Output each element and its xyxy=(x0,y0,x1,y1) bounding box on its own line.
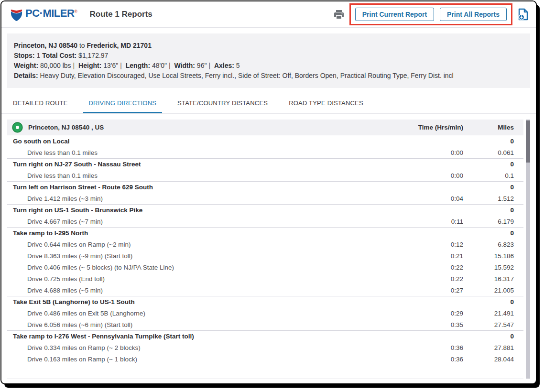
brand-text: PC·MILER® xyxy=(25,7,77,20)
table-row[interactable]: Drive 0.725 miles (End toll)0:2216.317 xyxy=(7,273,523,284)
time-cell: 0:00 xyxy=(392,149,463,156)
instruction-text: Turn right on NJ-27 South - Nassau Stree… xyxy=(7,161,392,168)
miles-cell: 16.317 xyxy=(463,275,523,283)
miles-cell: 0.1 xyxy=(463,172,523,179)
instruction-text: Turn right on US-1 South - Brunswick Pik… xyxy=(7,207,392,214)
table-row[interactable]: Drive 6.056 miles (~6 min) (Start toll)0… xyxy=(7,319,523,330)
table-row[interactable]: Take Exit 5B (Langhorne) to US-1 South0 xyxy=(7,296,523,307)
miles-cell: 0 xyxy=(463,138,523,145)
summary-vehicle-line: Weight: 80,000 lbs| Height: 13'6"| Lengt… xyxy=(14,61,523,71)
step-text: Drive 4.688 miles (~5 min) xyxy=(7,287,392,294)
miles-cell: 0 xyxy=(463,229,523,237)
table-row[interactable]: Turn right on NJ-27 South - Nassau Stree… xyxy=(7,158,523,170)
details-value: Heavy Duty, Elevation Discouraged, Use L… xyxy=(40,72,453,79)
origin-marker-icon xyxy=(13,123,22,132)
vertical-scrollbar[interactable] xyxy=(526,120,530,379)
table-row[interactable]: Drive 0.486 miles on Exit 5B (Langhorne)… xyxy=(7,307,523,319)
stops-value: 1 xyxy=(36,52,40,59)
step-text: Drive 8.363 miles (~9 min) (Start toll) xyxy=(7,252,392,260)
table-row[interactable]: Drive 4.667 miles (~7 min)0:116.179 xyxy=(7,216,523,227)
print-current-report-button[interactable]: Print Current Report xyxy=(355,8,434,21)
width-value: 96" xyxy=(197,62,207,69)
time-cell: 0:22 xyxy=(392,264,463,271)
time-cell: 0:00 xyxy=(392,172,463,179)
summary-details-line: Details: Heavy Duty, Elevation Discourag… xyxy=(14,71,523,81)
miles-cell: 21.491 xyxy=(463,310,523,317)
time-cell: 0:27 xyxy=(392,287,463,294)
time-cell: 0:11 xyxy=(392,218,463,225)
destination-text: Frederick, MD 21701 xyxy=(87,42,152,49)
instruction-text: Turn left on Harrison Street - Route 629… xyxy=(7,184,392,191)
table-row[interactable]: Drive 8.363 miles (~9 min) (Start toll)0… xyxy=(7,250,523,261)
instruction-text: Take ramp to I-295 North xyxy=(7,229,392,237)
time-cell: 0:36 xyxy=(392,356,463,363)
header-actions: Print Current Report Print All Reports xyxy=(333,3,529,25)
origin-header-label: Princeton, NJ 08540 , US xyxy=(28,124,104,131)
directions-body: Go south on Local0Drive less than 0.1 mi… xyxy=(7,135,523,365)
step-text: Drive 0.163 miles on Ramp (~ 1 block) xyxy=(7,356,392,363)
miles-cell: 27.547 xyxy=(463,321,523,328)
to-word: to xyxy=(79,42,85,49)
tab-detailed-route[interactable]: DETAILED ROUTE xyxy=(7,94,74,113)
miles-cell: 21.005 xyxy=(463,287,523,294)
time-column-header: Time (Hrs/min) xyxy=(392,124,463,131)
miles-cell: 15.186 xyxy=(463,252,523,260)
miles-cell: 0 xyxy=(463,161,523,168)
miles-cell: 6.179 xyxy=(463,218,523,225)
miles-cell: 1.512 xyxy=(463,195,523,202)
step-text: Drive less than 0.1 miles xyxy=(7,172,392,179)
step-text: Drive 0.334 miles on Ramp (~ 2 blocks) xyxy=(7,344,392,351)
step-text: Drive 0.644 miles on Ramp (~2 min) xyxy=(7,241,392,248)
table-row[interactable]: Go south on Local0 xyxy=(7,135,523,147)
step-text: Drive 4.667 miles (~7 min) xyxy=(7,218,392,225)
origin-header-cell: Princeton, NJ 08540 , US xyxy=(7,123,392,132)
page-title: Route 1 Reports xyxy=(89,10,152,19)
table-row[interactable]: Drive 0.163 miles on Ramp (~ 1 block)0:3… xyxy=(7,353,523,365)
time-cell: 0:29 xyxy=(392,310,463,317)
table-row[interactable]: Turn left on Harrison Street - Route 629… xyxy=(7,181,523,193)
miles-cell: 0 xyxy=(463,333,523,340)
miles-cell: 15.592 xyxy=(463,264,523,271)
step-text: Drive less than 0.1 miles xyxy=(7,149,392,156)
time-cell: 0:36 xyxy=(392,344,463,351)
step-text: Drive 1.412 miles (~3 min) xyxy=(7,195,392,202)
table-row[interactable]: Take ramp to I-276 West - Pennsylvania T… xyxy=(7,330,523,342)
report-tabs: DETAILED ROUTE DRIVING DIRECTIONS STATE/… xyxy=(1,94,536,114)
table-row[interactable]: Drive 0.406 miles (~ 5 blocks) (to NJ/PA… xyxy=(7,261,523,273)
origin-text: Princeton, NJ 08540 xyxy=(14,42,77,49)
tab-road-type-distances[interactable]: ROAD TYPE DISTANCES xyxy=(283,94,369,113)
table-row[interactable]: Take ramp to I-295 North0 xyxy=(7,227,523,239)
step-text: Drive 6.056 miles (~6 min) (Start toll) xyxy=(7,321,392,328)
tab-state-country-distances[interactable]: STATE/COUNTRY DISTANCES xyxy=(172,94,273,113)
summary-route-line: Princeton, NJ 08540 to Frederick, MD 217… xyxy=(14,41,523,51)
miles-cell: 28.044 xyxy=(463,356,523,363)
table-row[interactable]: Drive 0.644 miles on Ramp (~2 min)0:126.… xyxy=(7,239,523,250)
axles-value: 5 xyxy=(236,62,240,69)
driving-directions-table: Princeton, NJ 08540 , US Time (Hrs/min) … xyxy=(7,120,523,379)
step-text: Drive 0.725 miles (End toll) xyxy=(7,275,392,283)
total-cost-value: $1,172.97 xyxy=(78,52,108,59)
time-cell: 0:35 xyxy=(392,321,463,328)
table-row[interactable]: Drive 1.412 miles (~3 min)0:041.512 xyxy=(7,193,523,204)
scrollbar-thumb[interactable] xyxy=(526,120,530,163)
registered-mark: ® xyxy=(74,9,77,14)
route-summary-panel: Princeton, NJ 08540 to Frederick, MD 217… xyxy=(7,33,530,88)
instruction-text: Take ramp to I-276 West - Pennsylvania T… xyxy=(7,333,392,340)
table-row[interactable]: Turn right on US-1 South - Brunswick Pik… xyxy=(7,204,523,216)
time-cell: 0:04 xyxy=(392,195,463,202)
print-icon[interactable] xyxy=(333,9,345,20)
table-row[interactable]: Drive 0.334 miles on Ramp (~ 2 blocks)0:… xyxy=(7,342,523,353)
print-all-reports-button[interactable]: Print All Reports xyxy=(440,8,507,21)
tab-driving-directions[interactable]: DRIVING DIRECTIONS xyxy=(83,94,163,113)
miles-cell: 6.823 xyxy=(463,241,523,248)
table-row[interactable]: Drive less than 0.1 miles0:000.1 xyxy=(7,170,523,181)
time-cell: 0:12 xyxy=(392,241,463,248)
step-text: Drive 0.486 miles on Exit 5B (Langhorne) xyxy=(7,310,392,317)
pcmiler-logo: PC·MILER® xyxy=(10,7,77,22)
summary-cost-line: Stops: 1 Total Cost: $1,172.97 xyxy=(14,51,523,61)
table-row[interactable]: Drive less than 0.1 miles0:000.061 xyxy=(7,147,523,158)
export-file-icon[interactable] xyxy=(517,8,529,21)
header-bar: PC·MILER® Route 1 Reports Print Current … xyxy=(1,1,536,28)
table-row[interactable]: Drive 4.688 miles (~5 min)0:2721.005 xyxy=(7,284,523,296)
step-text: Drive 0.406 miles (~ 5 blocks) (to NJ/PA… xyxy=(7,264,392,271)
